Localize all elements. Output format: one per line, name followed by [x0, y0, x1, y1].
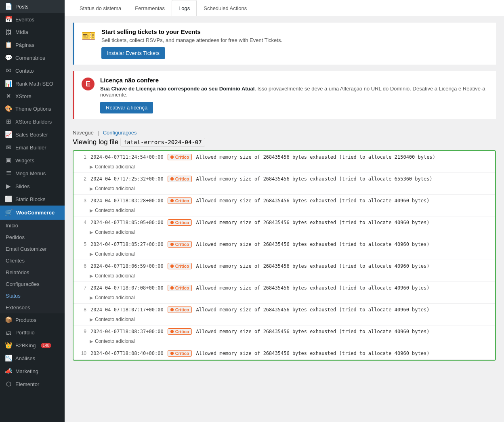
log-row-sub[interactable]: ▶Contexto adicional — [74, 207, 495, 216]
reactivate-license-button[interactable]: Reativar a licença — [100, 102, 153, 113]
woocommerce-header[interactable]: 🛒 WooCommerce — [0, 206, 65, 220]
sidebar-label-paginas: Páginas — [15, 42, 34, 48]
sidebar-item-xstore-builders[interactable]: ⊞ XStore Builders — [0, 115, 65, 128]
sidebar-item-slides[interactable]: ▶ Slides — [0, 180, 65, 193]
sidebar-label-theme-options: Theme Options — [15, 106, 51, 112]
badge-label: Crítico — [175, 307, 189, 312]
badge-label: Crítico — [175, 198, 189, 203]
portfolio-icon: 🗂 — [5, 329, 12, 336]
sidebar-item-midia[interactable]: 🖼 Mídia — [0, 26, 65, 38]
badge-label: Crítico — [175, 220, 189, 225]
sidebar-item-xstore[interactable]: ✕ XStore — [0, 90, 65, 102]
log-timestamp: 2024-04-07T18:07:17+00:00 — [90, 307, 164, 313]
log-row: 9 2024-04-07T18:08:37+00:00 Crítico Allo… — [74, 325, 495, 347]
woocommerce-submenu: Início Pedidos Email Customizer Clientes… — [0, 220, 65, 313]
log-row-sub[interactable]: ▶Contexto adicional — [74, 163, 495, 172]
badge-dot — [170, 155, 174, 159]
notice-license-body: Licença não confere Sua Chave de Licença… — [100, 77, 489, 113]
slides-icon: ▶ — [5, 183, 12, 190]
woo-clientes[interactable]: Clientes — [0, 255, 65, 267]
woo-status[interactable]: Status — [0, 290, 65, 302]
sidebar-label-widgets: Widgets — [15, 157, 34, 164]
sidebar-label-portfolio: Portfolio — [15, 330, 35, 336]
log-row-sub[interactable]: ▶Contexto adicional — [74, 316, 495, 325]
log-badge: Crítico — [168, 285, 192, 291]
xstore-icon: ✕ — [5, 93, 12, 99]
notice-tickets: 🎫 Start selling tickets to your Events S… — [73, 23, 496, 65]
log-row-main: 4 2024-04-07T18:05:05+00:00 Crítico Allo… — [74, 216, 495, 229]
log-num: 10 — [78, 351, 86, 356]
install-tickets-button[interactable]: Instalar Events Tickets — [101, 47, 165, 59]
posts-icon: 📄 — [5, 3, 12, 10]
tab-scheduled-actions[interactable]: Scheduled Actions — [197, 0, 254, 16]
notice-tickets-title: Start selling tickets to your Events — [101, 28, 282, 35]
woo-inicio[interactable]: Início — [0, 220, 65, 231]
woo-pedidos[interactable]: Pedidos — [0, 231, 65, 243]
sidebar-label-b2bking: B2BKing — [15, 342, 36, 349]
breadcrumb-link[interactable]: Configurações — [103, 130, 137, 136]
log-message: Allowed memory size of 268435456 bytes e… — [196, 263, 429, 269]
license-desc-bold: Sua Chave de Licença não corresponde ao … — [100, 86, 254, 92]
woo-configuracoes-label: Configurações — [6, 281, 40, 287]
badge-dot — [170, 352, 174, 355]
tab-ferramentas[interactable]: Ferramentas — [128, 0, 172, 16]
expand-arrow: ▶ — [90, 252, 93, 257]
b2bking-icon: 👑 — [5, 342, 12, 349]
sidebar-item-rankmath[interactable]: 📊 Rank Math SEO — [0, 77, 65, 90]
sidebar-label-sales-booster: Sales Booster — [15, 132, 48, 138]
breadcrumb: Navegue | Configurações — [73, 126, 496, 138]
woo-status-label: Status — [6, 293, 21, 299]
log-num: 9 — [78, 329, 86, 334]
woo-email-customizer[interactable]: Email Customizer — [0, 243, 65, 255]
tab-status-sistema[interactable]: Status do sistema — [73, 0, 128, 16]
log-message: Allowed memory size of 268435456 bytes e… — [196, 329, 429, 334]
log-num: 5 — [78, 241, 86, 247]
sidebar-item-contato[interactable]: ✉ Contato — [0, 64, 65, 77]
log-timestamp: 2024-04-07T11:24:54+00:00 — [90, 154, 164, 160]
woo-relatorios[interactable]: Relatórios — [0, 267, 65, 278]
log-row-sub[interactable]: ▶Contexto adicional — [74, 185, 495, 194]
expand-arrow: ▶ — [90, 208, 93, 213]
log-row-sub[interactable]: ▶Contexto adicional — [74, 338, 495, 347]
log-row-sub[interactable]: ▶Contexto adicional — [74, 272, 495, 281]
sidebar-label-slides: Slides — [15, 183, 29, 189]
main-content: Status do sistema Ferramentas Logs Sched… — [65, 0, 504, 422]
sidebar-item-eventos[interactable]: 📅 Eventos — [0, 13, 65, 26]
sidebar-item-widgets[interactable]: ▣ Widgets — [0, 154, 65, 167]
sidebar-item-paginas[interactable]: 📋 Páginas — [0, 38, 65, 51]
log-row-main: 8 2024-04-07T18:07:17+00:00 Crítico Allo… — [74, 304, 495, 316]
log-num: 1 — [78, 154, 86, 160]
sidebar-label-mega-menus: Mega Menus — [15, 170, 46, 176]
sidebar-item-analises[interactable]: 📉 Análises — [0, 352, 65, 365]
log-row-sub[interactable]: ▶Contexto adicional — [74, 250, 495, 260]
sidebar-item-theme-options[interactable]: 🎨 Theme Options — [0, 102, 65, 115]
log-context-label: Contexto adicional — [95, 273, 135, 279]
sidebar-item-email-builder[interactable]: ✉ Email Builder — [0, 141, 65, 154]
sidebar-item-b2bking[interactable]: 👑 B2BKing 148 — [0, 339, 65, 352]
log-row-sub[interactable]: ▶Contexto adicional — [74, 294, 495, 303]
sidebar-item-posts[interactable]: 📄 Posts — [0, 0, 65, 13]
log-row-sub[interactable]: ▶Contexto adicional — [74, 229, 495, 238]
sidebar-item-marketing[interactable]: 📣 Marketing — [0, 365, 65, 378]
tab-logs[interactable]: Logs — [172, 0, 197, 16]
woo-extensoes[interactable]: Extensões — [0, 302, 65, 313]
sidebar-item-produtos[interactable]: 📦 Produtos — [0, 313, 65, 326]
log-row-main: 2 2024-04-07T17:25:32+00:00 Crítico Allo… — [74, 173, 495, 185]
sidebar-item-sales-booster[interactable]: 📈 Sales Booster — [0, 128, 65, 141]
sidebar-label-email-builder: Email Builder — [15, 145, 46, 151]
sidebar-item-comentarios[interactable]: 💬 Comentários — [0, 51, 65, 64]
badge-label: Crítico — [175, 242, 189, 247]
woo-configuracoes[interactable]: Configurações — [0, 278, 65, 290]
sidebar-item-elementor[interactable]: ⬡ Elementor — [0, 378, 65, 391]
sidebar-item-static-blocks[interactable]: ⬜ Static Blocks — [0, 193, 65, 206]
notice-license-title: Licença não confere — [100, 77, 489, 84]
sidebar-item-portfolio[interactable]: 🗂 Portfolio — [0, 326, 65, 339]
log-timestamp: 2024-04-07T18:08:40+00:00 — [90, 351, 164, 356]
log-badge: Crítico — [168, 197, 192, 204]
log-badge: Crítico — [168, 154, 192, 160]
woo-email-customizer-label: Email Customizer — [6, 246, 47, 252]
sidebar-label-elementor: Elementor — [15, 381, 39, 387]
sidebar-label-posts: Posts — [15, 4, 29, 10]
log-filename: fatal-errors-2024-04-07 — [120, 138, 205, 147]
sidebar-item-mega-menus[interactable]: ☰ Mega Menus — [0, 167, 65, 180]
